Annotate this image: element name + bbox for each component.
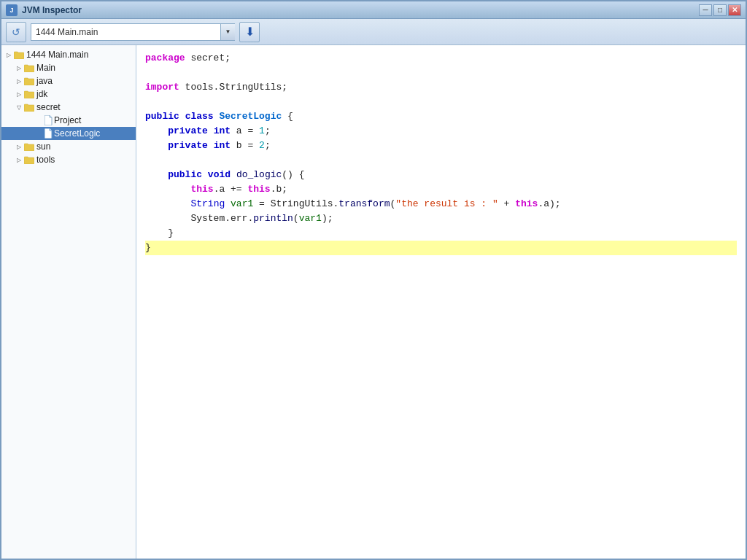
tree-item-java[interactable]: ▷ java bbox=[1, 74, 136, 88]
tree-item-root-label: 1444 Main.main bbox=[26, 50, 88, 60]
expand-icon-secret: ▽ bbox=[15, 103, 23, 112]
file-icon-project bbox=[44, 115, 53, 125]
tree-item-main-label: Main bbox=[36, 63, 55, 73]
folder-icon-main bbox=[23, 63, 35, 72]
code-line-13: } bbox=[145, 226, 737, 241]
window-title: JVM Inspector bbox=[22, 5, 82, 15]
code-line-8 bbox=[145, 153, 737, 168]
thread-dropdown-input[interactable] bbox=[31, 23, 220, 41]
code-line-9: public void do_logic() { bbox=[145, 168, 737, 182]
thread-dropdown-container: ▼ bbox=[31, 23, 235, 41]
code-line-7: private int b = 2; bbox=[145, 139, 737, 153]
code-line-14: } bbox=[145, 241, 737, 255]
expand-icon-tools: ▷ bbox=[15, 155, 23, 164]
main-content: ▷ 1444 Main.main ▷ Main bbox=[1, 45, 746, 559]
tree-item-secretlogic[interactable]: SecretLogic bbox=[1, 127, 136, 140]
refresh-button[interactable]: ↺ bbox=[6, 22, 26, 42]
expand-placeholder-secretlogic bbox=[35, 129, 44, 138]
tree-item-secret[interactable]: ▽ secret bbox=[1, 101, 136, 114]
code-line-12: System.err.println(var1); bbox=[145, 211, 737, 226]
toolbar: ↺ ▼ ⬇ bbox=[1, 19, 746, 45]
tree-item-secretlogic-label: SecretLogic bbox=[54, 128, 100, 139]
download-button[interactable]: ⬇ bbox=[239, 22, 260, 42]
code-line-11: String var1 = StringUtils.transform("the… bbox=[145, 197, 737, 211]
main-window: J JVM Inspector ─ □ ✕ ↺ ▼ ⬇ ▷ bbox=[0, 0, 747, 560]
file-icon-secretlogic bbox=[44, 128, 53, 139]
code-line-1: package secret; bbox=[145, 51, 737, 66]
tree-item-secret-label: secret bbox=[36, 102, 61, 112]
window-controls: ─ □ ✕ bbox=[699, 4, 741, 16]
code-line-2 bbox=[145, 66, 737, 80]
tree-item-project[interactable]: Project bbox=[1, 114, 136, 127]
class-tree-panel: ▷ 1444 Main.main ▷ Main bbox=[1, 45, 136, 559]
tree-item-tools-label: tools bbox=[36, 155, 55, 165]
tree-item-java-label: java bbox=[36, 76, 53, 86]
tree-item-tools[interactable]: ▷ tools bbox=[1, 153, 136, 166]
expand-placeholder-project bbox=[35, 116, 44, 125]
app-icon: J bbox=[6, 4, 18, 16]
folder-icon-root bbox=[13, 50, 25, 59]
code-line-5: public class SecretLogic { bbox=[145, 109, 737, 124]
code-line-4 bbox=[145, 95, 737, 109]
folder-icon-sun bbox=[23, 142, 35, 151]
code-line-6: private int a = 1; bbox=[145, 124, 737, 139]
code-line-3: import tools.StringUtils; bbox=[145, 80, 737, 95]
dropdown-arrow-button[interactable]: ▼ bbox=[220, 23, 235, 41]
folder-icon-java bbox=[23, 77, 35, 85]
tree-item-main[interactable]: ▷ Main bbox=[1, 61, 136, 74]
maximize-button[interactable]: □ bbox=[713, 4, 727, 16]
folder-icon-jdk bbox=[23, 90, 35, 98]
tree-item-sun[interactable]: ▷ sun bbox=[1, 140, 136, 153]
folder-icon-secret bbox=[23, 103, 35, 112]
close-button[interactable]: ✕ bbox=[728, 4, 741, 16]
title-bar: J JVM Inspector ─ □ ✕ bbox=[1, 1, 746, 19]
expand-icon-sun: ▷ bbox=[15, 142, 23, 151]
tree-item-jdk[interactable]: ▷ jdk bbox=[1, 88, 136, 101]
folder-icon-tools bbox=[23, 155, 35, 164]
expand-icon-java: ▷ bbox=[15, 77, 23, 85]
expand-icon-root: ▷ bbox=[4, 50, 13, 59]
tree-item-root[interactable]: ▷ 1444 Main.main bbox=[1, 48, 136, 61]
expand-icon-jdk: ▷ bbox=[15, 90, 23, 98]
code-editor-panel: package secret; import tools.StringUtils… bbox=[136, 45, 746, 559]
minimize-button[interactable]: ─ bbox=[699, 4, 712, 16]
code-line-10: this.a += this.b; bbox=[145, 182, 737, 197]
expand-icon-main: ▷ bbox=[15, 63, 23, 72]
tree-item-jdk-label: jdk bbox=[36, 89, 47, 99]
tree-item-project-label: Project bbox=[54, 115, 81, 125]
tree-item-sun-label: sun bbox=[36, 141, 50, 152]
